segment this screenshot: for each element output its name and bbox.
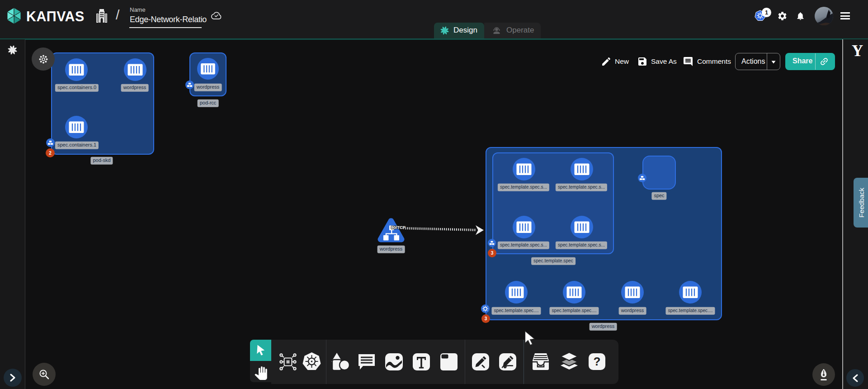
svg-text:?: ?: [594, 355, 601, 368]
